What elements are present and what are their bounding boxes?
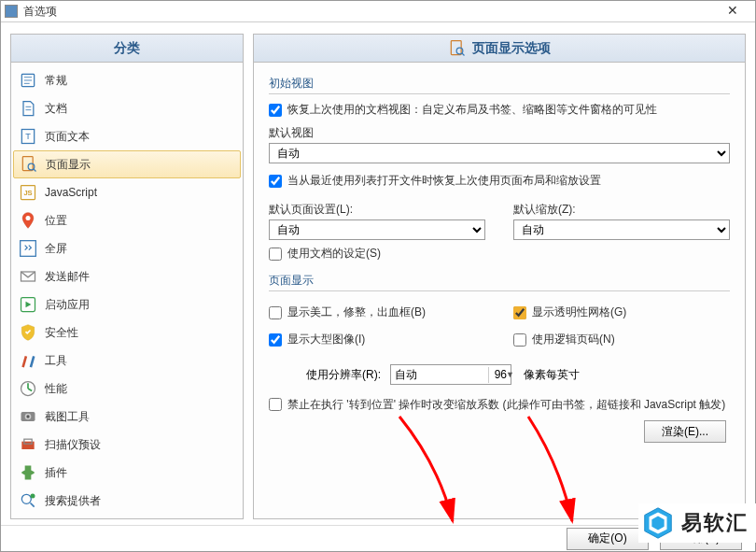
svg-line-28 [462,53,465,56]
sidebar-item-label: 常规 [45,73,67,89]
render-button[interactable]: 渲染(E)... [644,420,726,443]
sidebar-item-7[interactable]: 发送邮件 [13,262,241,290]
watermark-text: 易软汇 [681,509,749,537]
sidebar-icon-15 [19,491,37,510]
select-default-view[interactable]: 自动 [269,143,730,163]
sidebar-item-label: 搜索提供者 [45,493,101,509]
section-page-display: 页面显示 [269,273,730,291]
preferences-window: 首选项 ✕ 分类 常规文档T页面文本页面显示JSJavaScript位置全屏发送… [0,0,756,552]
checkbox-show-trans-grid[interactable] [513,306,526,319]
section-initial-view: 初始视图 [269,76,730,94]
content-area: 分类 常规文档T页面文本页面显示JSJavaScript位置全屏发送邮件启动应用… [1,22,755,525]
page-magnify-icon [448,39,467,58]
svg-text:T: T [25,132,31,141]
sidebar-icon-8 [19,295,37,314]
select-default-zoom[interactable]: 自动 [513,219,730,240]
sidebar-item-13[interactable]: 扫描仪预设 [13,431,241,459]
sidebar-item-label: 文档 [45,101,67,117]
checkbox-use-logical[interactable] [513,333,526,347]
svg-rect-14 [21,241,36,257]
sidebar: 分类 常规文档T页面文本页面显示JSJavaScript位置全屏发送邮件启动应用… [10,34,244,519]
main-header-label: 页面显示选项 [472,40,551,57]
label-default-page: 默认页面设置(L): [269,202,485,218]
sidebar-icon-13 [19,435,37,454]
sidebar-item-4[interactable]: JSJavaScript [13,178,241,206]
sidebar-icon-6 [19,239,37,258]
label-use-logical: 使用逻辑页码(N) [532,332,615,347]
close-button[interactable]: ✕ [714,1,751,21]
sidebar-item-5[interactable]: 位置 [13,206,241,234]
sidebar-icon-12 [19,407,37,426]
checkbox-show-large[interactable] [269,333,282,347]
checkbox-prohibit-goto[interactable] [269,398,282,411]
sidebar-item-label: 全屏 [45,241,67,257]
sidebar-item-label: 启动应用 [45,297,90,313]
sidebar-icon-5 [19,211,37,230]
svg-point-13 [26,216,31,220]
resolution-value: 96 [489,368,507,381]
svg-line-10 [34,169,36,172]
checkbox-restore-from-list[interactable] [269,175,282,188]
sidebar-item-1[interactable]: 文档 [13,94,241,122]
ok-button[interactable]: 确定(O) [567,528,649,550]
sidebar-item-label: 性能 [45,381,67,397]
watermark: 易软汇 [638,503,756,543]
select-default-page[interactable]: 自动 [269,219,485,240]
sidebar-icon-4: JS [19,183,37,202]
sidebar-item-label: 插件 [45,465,67,481]
sidebar-item-11[interactable]: 性能 [13,375,241,403]
window-title: 首选项 [23,4,714,20]
sidebar-icon-9 [19,323,37,342]
checkbox-restore-last[interactable] [269,104,282,117]
sidebar-icon-14 [19,463,37,482]
sidebar-item-12[interactable]: 截图工具 [13,403,241,431]
sidebar-icon-0 [19,71,37,90]
sidebar-item-6[interactable]: 全屏 [13,234,241,262]
sidebar-icon-3 [20,155,38,174]
sidebar-item-label: 工具 [45,353,67,369]
sidebar-item-0[interactable]: 常规 [13,66,241,94]
sidebar-item-14[interactable]: 插件 [13,459,241,487]
sidebar-list[interactable]: 常规文档T页面文本页面显示JSJavaScript位置全屏发送邮件启动应用安全性… [11,63,243,518]
sidebar-item-2[interactable]: T页面文本 [13,122,241,150]
sidebar-item-8[interactable]: 启动应用 [13,290,241,318]
sidebar-item-label: 扫描仪预设 [45,437,101,453]
label-show-large: 显示大型图像(I) [287,332,365,347]
sidebar-item-10[interactable]: 工具 [13,347,241,375]
main-body: 初始视图 恢复上次使用的文档视图：自定义布局及书签、缩略图等文件窗格的可见性 默… [254,63,745,518]
label-prohibit-goto: 禁止在执行 '转到位置' 操作时改变缩放系数 (此操作可由书签，超链接和 Jav… [287,396,725,413]
label-resolution-unit: 像素每英寸 [524,367,580,383]
main-header: 页面显示选项 [254,35,745,63]
sidebar-item-15[interactable]: 搜索提供者 [13,487,241,515]
sidebar-header: 分类 [11,35,243,63]
sidebar-item-label: 截图工具 [45,409,90,425]
svg-text:JS: JS [23,189,32,197]
sidebar-icon-1 [19,99,37,118]
label-default-view: 默认视图 [269,125,730,141]
svg-point-9 [28,163,35,170]
label-default-zoom: 默认缩放(Z): [513,202,730,218]
watermark-logo-icon [640,505,676,541]
label-show-trans-grid: 显示透明性网格(G) [532,304,626,320]
checkbox-use-doc-settings[interactable] [269,248,282,261]
sidebar-icon-7 [19,267,37,286]
label-show-art: 显示美工，修整，出血框(B) [287,304,426,320]
sidebar-icon-10 [19,351,37,370]
svg-point-25 [31,494,35,499]
sidebar-item-label: 页面显示 [46,157,91,173]
sidebar-item-label: 位置 [45,213,67,229]
sidebar-item-label: 发送邮件 [45,269,90,285]
label-use-doc-settings: 使用文档的设定(S) [287,246,381,262]
sidebar-item-9[interactable]: 安全性 [13,318,241,347]
label-restore-from-list: 当从最近使用列表打开文件时恢复上次使用页面布局和缩放设置 [287,173,601,189]
sidebar-item-3[interactable]: 页面显示 [13,150,241,178]
sidebar-item-label: JavaScript [45,186,97,199]
sidebar-icon-11 [19,379,37,398]
sidebar-item-label: 页面文本 [45,129,90,145]
resolution-combo[interactable]: 自动 96 [390,364,511,385]
checkbox-show-art[interactable] [269,306,282,319]
sidebar-icon-2: T [19,127,37,146]
resolution-dropdown-arrow[interactable]: ▼ [506,370,514,379]
app-icon [5,5,18,18]
label-restore-last: 恢复上次使用的文档视图：自定义布局及书签、缩略图等文件窗格的可见性 [287,102,657,118]
